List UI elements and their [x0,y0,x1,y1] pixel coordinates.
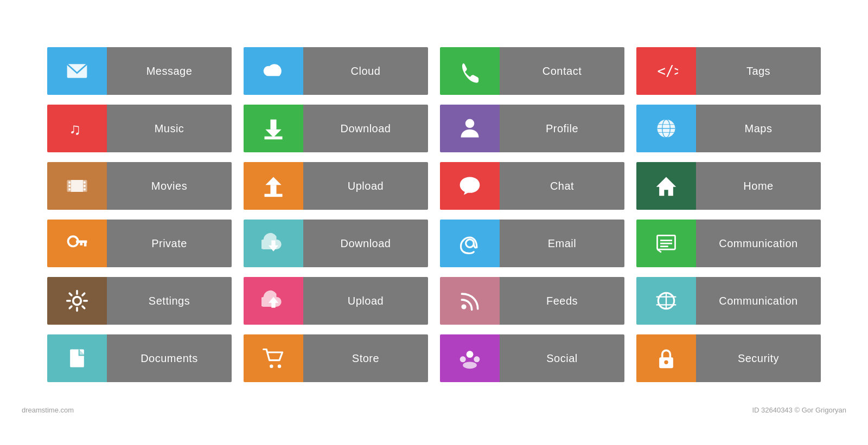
movies-icon [47,162,107,210]
security-label: Security [696,334,821,382]
feeds-icon [440,277,500,325]
documents-icon [47,334,107,382]
tile-communication1[interactable]: Communication [636,220,821,267]
svg-rect-5 [265,137,283,139]
communication1-label: Communication [696,220,821,267]
maps-icon [636,105,696,152]
svg-rect-27 [84,243,87,246]
security-icon [636,334,696,382]
message-label: Message [107,47,232,95]
svg-rect-26 [76,241,87,243]
contact-icon [440,47,500,95]
documents-label: Documents [107,334,232,382]
tile-grid: MessageCloudContact</>Tags♫MusicDownload… [25,25,843,404]
music-icon: ♫ [47,105,107,152]
tile-movies[interactable]: Movies [47,162,232,210]
tile-private[interactable]: Private [47,220,232,267]
store-icon [244,334,303,382]
svg-rect-30 [658,235,675,249]
upload2-icon [244,277,303,325]
svg-marker-22 [265,177,281,185]
tile-tags[interactable]: </>Tags [636,47,821,95]
settings-label: Settings [107,277,232,325]
tile-documents[interactable]: Documents [47,334,232,382]
svg-point-46 [460,356,466,362]
download1-icon [244,105,303,152]
tile-download2[interactable]: Download [244,220,428,267]
home-label: Home [696,162,821,210]
svg-rect-28 [80,243,83,246]
svg-rect-41 [70,350,84,367]
svg-rect-17 [68,189,71,191]
svg-point-29 [466,240,474,248]
tile-social[interactable]: Social [440,334,624,382]
upload2-label: Upload [303,277,428,325]
contact-label: Contact [500,47,624,95]
social-label: Social [500,334,624,382]
svg-point-48 [463,362,477,369]
tile-settings[interactable]: Settings [47,277,232,325]
cloud-label: Cloud [303,47,428,95]
svg-point-47 [474,356,480,362]
attribution-text: ID 32640343 © Gor Grigoryan [752,406,846,414]
tile-upload2[interactable]: Upload [244,277,428,325]
tile-contact[interactable]: Contact [440,47,624,95]
upload1-label: Upload [303,162,428,210]
tile-security[interactable]: Security [636,334,821,382]
svg-point-36 [461,304,466,309]
svg-text:♫: ♫ [69,120,81,138]
tile-communication2[interactable]: Communication [636,277,821,325]
home-icon [636,162,696,210]
svg-rect-19 [84,185,86,187]
tile-feeds[interactable]: Feeds [440,277,624,325]
svg-rect-21 [271,185,277,195]
footer: dreamstime.com ID 32640343 © Gor Grigory… [0,404,868,420]
tile-music[interactable]: ♫Music [47,105,232,152]
communication2-label: Communication [696,277,821,325]
music-label: Music [107,105,232,152]
download2-label: Download [303,220,428,267]
chat-icon [440,162,500,210]
svg-marker-4 [265,130,281,138]
tile-maps[interactable]: Maps [636,105,821,152]
download2-icon [244,220,303,267]
private-icon [47,220,107,267]
download1-label: Download [303,105,428,152]
tile-download1[interactable]: Download [244,105,428,152]
settings-icon [47,277,107,325]
communication1-icon [636,220,696,267]
chat-label: Chat [500,162,624,210]
cloud-icon [244,47,303,95]
maps-label: Maps [696,105,821,152]
tile-store[interactable]: Store [244,334,428,382]
movies-label: Movies [107,162,232,210]
tile-upload1[interactable]: Upload [244,162,428,210]
tile-message[interactable]: Message [47,47,232,95]
store-label: Store [303,334,428,382]
tile-profile[interactable]: Profile [440,105,624,152]
svg-point-35 [73,297,81,305]
tile-cloud[interactable]: Cloud [244,47,428,95]
private-label: Private [107,220,232,267]
tags-label: Tags [696,47,821,95]
email-icon [440,220,500,267]
svg-point-44 [278,364,281,367]
communication2-icon [636,277,696,325]
upload1-icon [244,162,303,210]
svg-rect-20 [84,189,86,191]
watermark-text: dreamstime.com [22,406,74,414]
social-icon [440,334,500,382]
svg-rect-18 [84,182,86,184]
email-label: Email [500,220,624,267]
profile-icon [440,105,500,152]
tile-chat[interactable]: Chat [440,162,624,210]
svg-point-43 [270,364,273,367]
tile-email[interactable]: Email [440,220,624,267]
svg-point-45 [467,351,474,358]
svg-rect-16 [68,185,71,187]
tile-home[interactable]: Home [636,162,821,210]
svg-text:</>: </> [658,63,679,79]
svg-point-6 [465,119,475,128]
svg-point-50 [664,360,668,364]
tags-icon: </> [636,47,696,95]
